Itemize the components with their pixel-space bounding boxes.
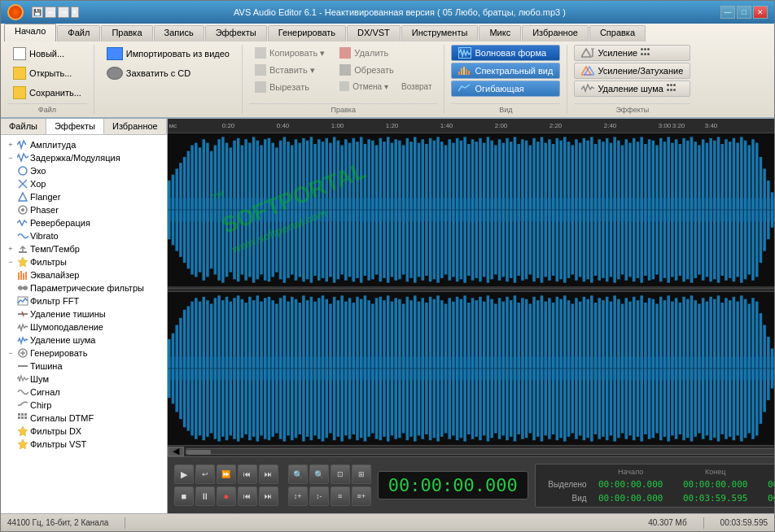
files-tab[interactable]: Файлы [1, 119, 46, 134]
redo-quick-btn[interactable]: ↪ [58, 7, 69, 18]
param-filters-item[interactable]: Параметрические фильтры [4, 281, 164, 294]
chorus-item[interactable]: Хор [4, 177, 164, 190]
ribbon: Начало Файл Правка Запись Эффекты Генери… [1, 24, 774, 119]
zoom-in-h-button[interactable]: 🔍 [288, 464, 308, 484]
noise-remove-button[interactable]: Удаление шума [574, 81, 690, 97]
echo-item[interactable]: Эхо [4, 164, 164, 177]
undo-button[interactable]: Отмена ▾ [334, 79, 394, 94]
filters-item[interactable]: − Фильтры [4, 255, 164, 268]
expand-icon[interactable] [6, 426, 15, 436]
expand-icon[interactable] [6, 439, 15, 449]
expand-icon[interactable]: − [6, 257, 15, 267]
undo-quick-btn[interactable]: ↩ [45, 7, 56, 18]
stop-button[interactable]: ■ [174, 486, 194, 506]
prev-marker-button[interactable]: ⏮ [238, 464, 257, 484]
copy-button[interactable]: Копировать ▾ [249, 45, 331, 61]
vibrato-label: Vibrato [30, 231, 59, 241]
noise-item[interactable]: Шум [4, 373, 164, 386]
main-content: Файлы Эффекты Избранное + Амплитуда − За… [1, 119, 774, 513]
zoom-in-v-button[interactable]: ↕+ [288, 486, 308, 506]
vst-filters-item[interactable]: Фильтры VST [4, 438, 164, 451]
expand-icon[interactable]: − [6, 348, 15, 358]
amplify-button[interactable]: Усиление [574, 45, 690, 61]
scroll-left-btn[interactable]: ◀ [168, 447, 184, 456]
delete-button[interactable]: Удалить [334, 45, 437, 61]
zoom-fit-button[interactable]: ⊡ [331, 464, 350, 484]
effects-tree: + Амплитуда − Задержка/Модуляция Эхо Хор [1, 135, 167, 513]
equalizer-item[interactable]: Эквалайзер [4, 268, 164, 281]
tempo-item[interactable]: + Темп/Тембр [4, 242, 164, 255]
amplify-fade-button[interactable]: Усиление/Затухание [574, 63, 690, 79]
spectral-view-button[interactable]: Спектральный вид [451, 63, 560, 79]
vibrato-item[interactable]: Vibrato [4, 229, 164, 242]
delay-modulation-item[interactable]: − Задержка/Модуляция [4, 151, 164, 164]
import-video-button[interactable]: Импортировать из видео [101, 45, 235, 63]
open-button[interactable]: Открыть... [7, 64, 87, 82]
waveform-view-button[interactable]: Волновая форма [451, 45, 560, 61]
reverb-item[interactable]: Реверберация [4, 216, 164, 229]
zoom-sel-button[interactable]: ⊞ [352, 464, 371, 484]
tab-mix[interactable]: Микс [479, 25, 521, 41]
signal-item[interactable]: Сигнал [4, 386, 164, 399]
noise-remove-item[interactable]: Удаление шума [4, 334, 164, 347]
tab-help[interactable]: Справка [589, 25, 646, 41]
expand-icon[interactable]: + [6, 244, 15, 254]
zoom-v-sel-button[interactable]: ≡+ [352, 486, 371, 506]
to-start-button[interactable]: ⏮ [238, 486, 257, 506]
dtmf-item[interactable]: Сигналы DTMF [4, 412, 164, 425]
chirp-item[interactable]: Chirp [4, 399, 164, 412]
scroll-thumb[interactable] [186, 450, 211, 455]
tab-start[interactable]: Начало [4, 24, 56, 41]
cut-button[interactable]: Вырезать [249, 79, 331, 95]
silence-remove-item[interactable]: Удаление тишины [4, 307, 164, 321]
effects-tab[interactable]: Эффекты [46, 119, 104, 134]
tab-file[interactable]: Файл [57, 25, 100, 41]
selected-start: 00:00:00.000 [590, 479, 672, 490]
record-button[interactable]: ● [217, 486, 236, 506]
horizontal-scrollbar[interactable]: ◀ ▶ [168, 445, 774, 456]
noise-reduce-item[interactable]: Шумоподавление [4, 321, 164, 334]
fft-filter-item[interactable]: Фильтр FFT [4, 294, 164, 307]
capture-cd-button[interactable]: Захватить с CD [101, 64, 235, 82]
title-bar: 💾 ↩ ↪ ▾ AVS Audio Editor 6.1 - Неактивир… [1, 1, 774, 24]
to-end-button[interactable]: ⏭ [259, 486, 278, 506]
trim-button[interactable]: Обрезать [334, 62, 437, 78]
dx-filters-item[interactable]: Фильтры DX [4, 425, 164, 438]
play-button[interactable]: ▶ [174, 464, 194, 484]
save-button[interactable]: Сохранить... [7, 84, 87, 102]
zoom-out-v-button[interactable]: ↕- [309, 486, 329, 506]
silence-item[interactable]: Тишина [4, 360, 164, 373]
scroll-track[interactable] [186, 448, 774, 455]
redo-button[interactable]: Возврат [396, 79, 438, 94]
return-button[interactable]: ↩ [195, 464, 215, 484]
minimize-button[interactable]: — [720, 6, 735, 19]
tab-tools[interactable]: Инструменты [401, 25, 479, 41]
tab-edit[interactable]: Правка [101, 25, 152, 41]
tab-favorites[interactable]: Избранное [522, 25, 589, 41]
channel-2-wave [168, 292, 774, 445]
tab-dxvst[interactable]: DX/VST [347, 25, 401, 41]
favorites-tab[interactable]: Избранное [104, 119, 167, 134]
next-marker-button[interactable]: ⏭ [259, 464, 278, 484]
fast-forward-button[interactable]: ⏩ [217, 464, 236, 484]
pause-button[interactable]: ⏸ [195, 486, 215, 506]
zoom-out-h-button[interactable]: 🔍 [309, 464, 329, 484]
flanger-item[interactable]: Flanger [4, 190, 164, 203]
maximize-button[interactable]: □ [737, 6, 751, 19]
zoom-v-fit-button[interactable]: ≡ [331, 486, 350, 506]
expand-icon[interactable]: − [6, 153, 15, 163]
dropdown-arrow[interactable]: ▾ [71, 7, 79, 18]
generate-item[interactable]: − Генерировать [4, 347, 164, 360]
tab-effects[interactable]: Эффекты [205, 25, 267, 41]
envelope-view-button[interactable]: Огибающая [451, 81, 560, 97]
paste-button[interactable]: Вставить ▾ [249, 62, 331, 78]
tab-generate[interactable]: Генерировать [268, 25, 346, 41]
amplitude-item[interactable]: + Амплитуда [4, 138, 164, 151]
title-bar-left: 💾 ↩ ↪ ▾ [7, 4, 79, 20]
expand-icon[interactable]: + [6, 140, 15, 150]
tab-record[interactable]: Запись [154, 25, 204, 41]
save-quick-btn[interactable]: 💾 [32, 7, 43, 18]
new-button[interactable]: Новый... [7, 45, 87, 63]
phaser-item[interactable]: Phaser [4, 203, 164, 216]
close-button[interactable]: ✕ [753, 6, 768, 19]
